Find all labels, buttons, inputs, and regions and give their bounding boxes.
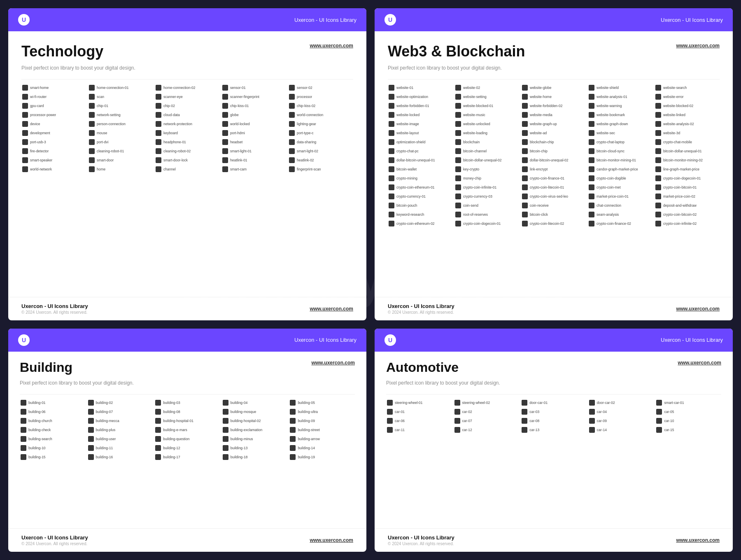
icon-label-website-02: website-02 [463, 86, 480, 90]
building-street-icon [290, 427, 296, 433]
home-connection-02-icon [156, 85, 161, 91]
person-connection-icon [89, 121, 95, 127]
icon-label-website-forbidden-01: website-forbidden-01 [396, 104, 429, 108]
bitcoin-monitor-mining-02-icon [655, 157, 661, 163]
icon-label-globe: globe [230, 113, 239, 117]
footer-url[interactable]: www.uxercon.com [676, 537, 720, 543]
icon-label-bitcoin-monitor-mining-02: bitcoin-monitor-mining-02 [663, 158, 703, 162]
keyboard-icon [156, 130, 161, 136]
icon-item-website-analysis-02: website-analysis-02 [655, 120, 720, 128]
icon-item-website-graph-down: website-graph-down [588, 120, 653, 128]
icon-label-smart-door-lock: smart-door-lock [163, 158, 188, 162]
footer-url[interactable]: www.uxercon.com [676, 306, 720, 312]
icon-label-website-home: website-home [530, 95, 552, 99]
icon-label-car-13: car-13 [529, 428, 539, 432]
icon-label-building-mosque: building-mosque [231, 410, 256, 414]
icon-item-crypto-chat-laptop: crypto-chat-laptop [588, 138, 653, 146]
icon-label-website-globe: website-globe [530, 86, 551, 90]
icon-label-network-protection: network-protection [163, 122, 192, 126]
icon-label-building-04: building-04 [231, 401, 248, 405]
website-linked-icon [655, 112, 661, 118]
web3-url[interactable]: www.uxercon.com [676, 43, 720, 49]
car-15-icon [656, 427, 662, 433]
headset-icon [222, 139, 228, 145]
icon-item-website-search: website-search [655, 84, 720, 92]
icon-item-home-connection-01: home-connection-01 [88, 84, 153, 92]
icon-label-port-type-c: port-type-c [297, 131, 314, 135]
footer-url[interactable]: www.uxercon.com [310, 306, 353, 312]
website-error-icon [655, 94, 661, 100]
icon-item-scan: scan [88, 93, 153, 101]
building-e-mars-icon [155, 427, 161, 433]
icon-label-car-15: car-15 [664, 428, 674, 432]
icon-item-website-graph-up: website-graph-up [521, 120, 586, 128]
processor-power-icon [22, 112, 28, 118]
icon-item-car-05: car-05 [655, 408, 721, 416]
icon-label-market-price-coin-02: market-price-coin-02 [663, 194, 695, 198]
car-04-icon [589, 409, 595, 415]
header-logo: U [384, 334, 396, 346]
icon-label-website-setting: website-setting [463, 95, 487, 99]
technology-icon-grid: smart-home home-connection-01 home-conne… [21, 84, 353, 173]
icon-label-link-encrypt: link-encrypt [530, 167, 548, 171]
globe-icon [222, 112, 228, 118]
heatlink-02-icon [289, 157, 295, 163]
icon-item-processor: processor [288, 93, 353, 101]
icon-item-chip-01: chip-01 [88, 102, 153, 110]
technology-title: Technology [21, 43, 103, 60]
website-graph-down-icon [589, 121, 594, 127]
website-home-icon [522, 94, 528, 100]
icon-item-root-of-reserves: root-of-reserves [454, 210, 520, 219]
icon-label-car-02: car-02 [462, 410, 472, 414]
website-search-icon [655, 85, 661, 91]
icon-item-bitcoin-chip: bitcoin-chip [521, 147, 586, 155]
icon-item-website-loading: website-loading [454, 129, 520, 137]
icon-label-bitcoin-monitor-mining-01: bitcoin-monitor-mining-01 [597, 158, 636, 162]
automotive-url[interactable]: www.uxercon.com [678, 360, 721, 366]
icon-item-building-12: building-12 [154, 444, 220, 452]
sensor-01-icon [222, 85, 228, 91]
footer-url[interactable]: www.uxercon.com [310, 537, 353, 543]
website-music-icon [455, 112, 461, 118]
icon-item-door-car-02: door-car-02 [588, 399, 654, 407]
icon-item-heatlink-01: heatlink-01 [221, 156, 287, 164]
icon-label-car-07: car-07 [462, 419, 472, 423]
website-analysis-01-icon [589, 94, 594, 100]
icon-label-crypto-coin-ethereum-02: crypto-coin-ethereum-02 [396, 222, 435, 226]
icon-label-development: development [30, 131, 50, 135]
icon-item-crypto-coin-infinite-02: crypto-coin-infinite-02 [655, 219, 720, 228]
icon-item-smart-door-lock: smart-door-lock [155, 156, 220, 164]
car-12-icon [454, 427, 460, 433]
icon-label-bitcoin-cloud-sync: bitcoin-cloud-sync [597, 149, 624, 153]
icon-label-bitcoin-dollar-unequal-01: bitcoin-dollar-unequal-01 [663, 149, 702, 153]
keyword-research-icon [389, 212, 394, 217]
crypto-mining-icon [389, 175, 394, 181]
building-05-icon [290, 400, 296, 406]
icon-label-car-04: car-04 [597, 410, 607, 414]
icon-label-home-connection-02: home-connection-02 [163, 86, 196, 90]
home-connection-01-icon [89, 85, 95, 91]
icon-label-keyword-research: keyword-research [396, 212, 424, 217]
icon-item-building-01: building-01 [20, 399, 86, 407]
icon-label-building-16: building-16 [96, 455, 113, 459]
icon-label-website-image: website-image [396, 122, 419, 126]
icon-label-building-church: building-church [28, 419, 52, 423]
icon-label-money-chip: money-chip [463, 176, 481, 180]
crypto-coin-litecoin-02-icon [522, 221, 528, 226]
building-exclamation-icon [223, 427, 228, 433]
icon-item-building-church: building-church [20, 417, 86, 425]
technology-url[interactable]: www.uxercon.com [310, 43, 353, 49]
icon-item-crypto-mining: crypto-mining [388, 174, 453, 182]
icon-label-bitcoin-click: bitcoin-click [530, 212, 548, 217]
icon-item-website-ad: website-ad [521, 129, 586, 137]
icon-item-building-16: building-16 [87, 453, 153, 461]
icon-item-bitcoin-pouch: bitcoin-pouch [388, 201, 453, 210]
icon-item-building-10: building-10 [20, 444, 86, 452]
footer-copy: © 2024 Uxercon. All rights reserved. [388, 310, 454, 315]
icon-label-market-price-coin-01: market-price-coin-01 [597, 194, 629, 198]
web3-title: Web3 & Blockchain [388, 43, 525, 60]
building-18-icon [223, 454, 228, 460]
processor-icon [289, 94, 295, 100]
building-url[interactable]: www.uxercon.com [311, 360, 355, 366]
website-02-icon [455, 85, 461, 91]
